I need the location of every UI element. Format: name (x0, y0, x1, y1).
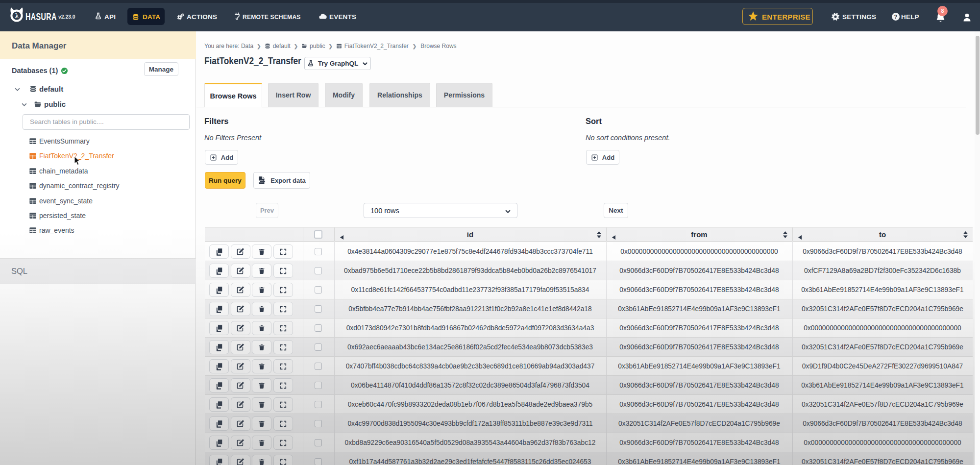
svg-text:λ: λ (15, 12, 19, 20)
svg-text:?: ? (894, 14, 898, 20)
